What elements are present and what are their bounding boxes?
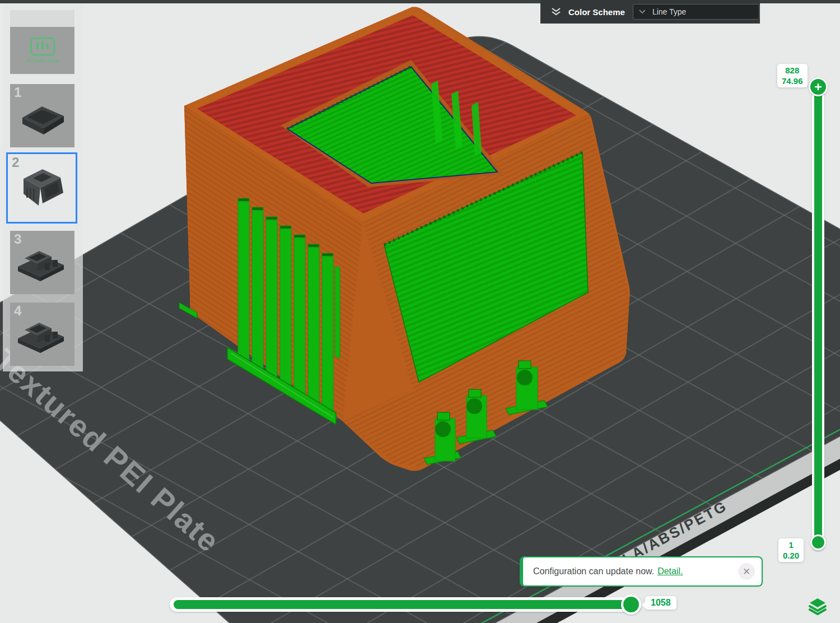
all-plates-top-band [10, 10, 74, 27]
color-scheme-label: Color Scheme [568, 7, 625, 17]
bottom-layer-height: 0.20 [783, 550, 799, 561]
layer-slider-bottom-tooltip: 1 0.20 [778, 538, 804, 562]
configuration-update-notification: Configuration can update now. Detail. ✕ [520, 556, 763, 587]
plate-number: 3 [14, 231, 21, 247]
sidebar-item-plate-4[interactable]: 4 [10, 303, 74, 366]
view-mode-value: Line Type [652, 7, 686, 16]
chevron-down-icon [639, 10, 646, 14]
plus-icon [814, 82, 823, 91]
sidebar-item-plate-1[interactable]: 1 [10, 84, 74, 147]
plate-list-sidebar: All Plates Stats 1 2 [3, 6, 83, 371]
layer-slider-range [814, 87, 822, 542]
notification-message: Configuration can update now. [533, 566, 654, 576]
layers-icon [808, 597, 827, 615]
close-icon: ✕ [743, 566, 750, 578]
viewport-3d[interactable]: Textured PEI Plate PLA/ABS/PETG [0, 0, 840, 623]
notification-detail-link[interactable]: Detail. [657, 566, 683, 576]
layers-view-button[interactable] [805, 595, 830, 617]
layer-slider-lower-handle[interactable] [810, 534, 826, 550]
plate-number: 1 [14, 85, 21, 100]
step-slider-handle[interactable] [621, 594, 641, 615]
sidebar-item-plate-3[interactable]: 3 [10, 231, 74, 294]
step-slider-tooltip: 1058 [645, 596, 676, 610]
layer-slider-top-tooltip: 828 74.96 [777, 64, 808, 87]
stats-icon [30, 37, 55, 56]
layer-slider-upper-handle[interactable] [809, 77, 828, 96]
sidebar-item-all-plates[interactable]: All Plates Stats [10, 10, 74, 74]
step-slider-fill [174, 600, 627, 609]
view-mode-dropdown[interactable]: Line Type [633, 4, 759, 20]
plate-number: 2 [12, 155, 19, 170]
slicer-preview-window: Textured PEI Plate PLA/ABS/PETG [0, 0, 840, 623]
double-chevron-down-icon [550, 7, 562, 16]
preview-toolbar: Color Scheme Line Type [540, 0, 760, 24]
top-layer-number: 828 [782, 65, 803, 76]
sidebar-item-plate-2-selected[interactable]: 2 [6, 152, 77, 224]
plate-number: 4 [14, 303, 21, 319]
collapse-toolbar-button[interactable] [550, 7, 562, 16]
step-value: 1058 [651, 598, 671, 607]
all-plates-label: All Plates Stats [24, 58, 61, 64]
top-layer-height: 74.96 [782, 76, 803, 86]
close-notification-button[interactable]: ✕ [738, 563, 755, 580]
bottom-layer-number: 1 [783, 540, 799, 550]
